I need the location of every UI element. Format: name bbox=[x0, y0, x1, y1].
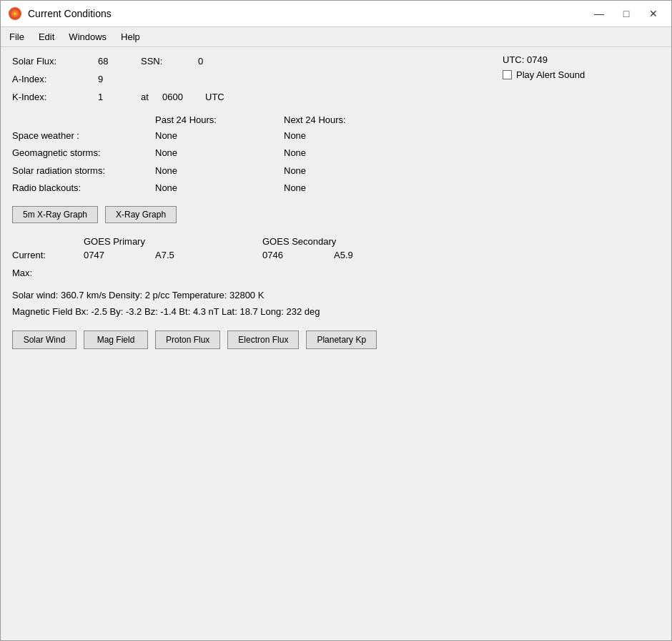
menu-bar: File Edit Windows Help bbox=[1, 27, 671, 47]
k-index-time: 0600 bbox=[162, 90, 205, 105]
solar-flux-value: 68 bbox=[98, 54, 141, 69]
space-weather-label: Space weather : bbox=[12, 128, 155, 144]
next-header: Next 24 Hours: bbox=[284, 114, 398, 125]
ssn-value: 0 bbox=[198, 54, 203, 69]
goes-secondary-header: GOES Secondary bbox=[262, 236, 405, 247]
k-index-row: K-Index: 1 at 0600 UTC bbox=[12, 90, 503, 105]
minimize-button[interactable]: — bbox=[588, 5, 610, 22]
electron-flux-button[interactable]: Electron Flux bbox=[227, 331, 299, 349]
solar-wind-button[interactable]: Solar Wind bbox=[12, 331, 76, 349]
solar-wind-line1: Solar wind: 360.7 km/s Density: 2 p/cc T… bbox=[12, 287, 660, 303]
top-section: Solar Flux: 68 SSN: 0 A-Index: 9 K-Index… bbox=[12, 54, 660, 107]
main-window: Current Conditions — □ ✕ File Edit Windo… bbox=[0, 0, 672, 641]
xray-button[interactable]: X-Ray Graph bbox=[105, 206, 177, 223]
conditions-grid: Past 24 Hours: Next 24 Hours: Space weat… bbox=[12, 114, 660, 195]
a-index-value: 9 bbox=[98, 72, 141, 87]
geomagnetic-past: None bbox=[155, 145, 284, 161]
conditions-header: Past 24 Hours: Next 24 Hours: bbox=[12, 114, 660, 125]
play-alert-checkbox[interactable] bbox=[503, 70, 512, 79]
ssn-label: SSN: bbox=[141, 54, 198, 69]
goes-header-row: GOES Primary GOES Secondary bbox=[12, 236, 660, 247]
geomagnetic-label: Geomagnetic storms: bbox=[12, 145, 155, 161]
a-index-label: A-Index: bbox=[12, 72, 98, 87]
play-alert-label: Play Alert Sound bbox=[516, 69, 585, 80]
right-info: UTC: 0749 Play Alert Sound bbox=[503, 54, 660, 107]
solar-radiation-label: Solar radiation storms: bbox=[12, 163, 155, 179]
goes-blank bbox=[12, 236, 84, 247]
goes-section: GOES Primary GOES Secondary Current: 074… bbox=[12, 236, 660, 260]
mag-field-button[interactable]: Mag Field bbox=[84, 331, 148, 349]
menu-help[interactable]: Help bbox=[115, 29, 146, 44]
geomagnetic-next: None bbox=[284, 145, 398, 161]
goes-current-row: Current: 0747 A7.5 0746 A5.9 bbox=[12, 250, 660, 260]
solar-radiation-past: None bbox=[155, 163, 284, 179]
proton-flux-button[interactable]: Proton Flux bbox=[155, 331, 220, 349]
k-utc-label: UTC bbox=[205, 90, 224, 105]
goes-primary-val: A7.5 bbox=[155, 250, 262, 260]
radio-blackouts-row: Radio blackouts: None None bbox=[12, 180, 660, 196]
col-blank bbox=[12, 114, 155, 125]
geomagnetic-row: Geomagnetic storms: None None bbox=[12, 145, 660, 161]
goes-secondary-val: A5.9 bbox=[334, 250, 405, 260]
space-weather-past: None bbox=[155, 128, 284, 144]
play-alert-row: Play Alert Sound bbox=[503, 69, 660, 80]
solar-radiation-row: Solar radiation storms: None None bbox=[12, 163, 660, 179]
menu-edit[interactable]: Edit bbox=[33, 29, 60, 44]
k-index-label: K-Index: bbox=[12, 90, 98, 105]
menu-file[interactable]: File bbox=[4, 29, 30, 44]
goes-current-label: Current: bbox=[12, 250, 84, 260]
maximize-button[interactable]: □ bbox=[616, 5, 637, 22]
radio-blackouts-label: Radio blackouts: bbox=[12, 180, 155, 196]
solar-wind-info: Solar wind: 360.7 km/s Density: 2 p/cc T… bbox=[12, 287, 660, 320]
goes-secondary-time: 0746 bbox=[262, 250, 334, 260]
window-title: Current Conditions bbox=[28, 8, 588, 19]
title-bar: Current Conditions — □ ✕ bbox=[1, 1, 671, 27]
solar-radiation-next: None bbox=[284, 163, 398, 179]
left-info: Solar Flux: 68 SSN: 0 A-Index: 9 K-Index… bbox=[12, 54, 503, 107]
k-at-label: at bbox=[141, 90, 162, 105]
bottom-buttons: Solar Wind Mag Field Proton Flux Electro… bbox=[12, 331, 660, 349]
planetary-kp-button[interactable]: Planetary Kp bbox=[306, 331, 377, 349]
svg-point-2 bbox=[14, 12, 16, 15]
goes-primary-header: GOES Primary bbox=[84, 236, 262, 247]
max-row: Max: bbox=[12, 268, 660, 278]
goes-primary-time: 0747 bbox=[84, 250, 155, 260]
xray-5m-button[interactable]: 5m X-Ray Graph bbox=[12, 206, 98, 223]
app-icon bbox=[8, 6, 22, 21]
xray-button-row: 5m X-Ray Graph X-Ray Graph bbox=[12, 206, 660, 223]
radio-blackouts-next: None bbox=[284, 180, 398, 196]
close-button[interactable]: ✕ bbox=[643, 5, 664, 22]
past-header: Past 24 Hours: bbox=[155, 114, 284, 125]
space-weather-next: None bbox=[284, 128, 398, 144]
window-controls: — □ ✕ bbox=[588, 5, 664, 22]
menu-windows[interactable]: Windows bbox=[63, 29, 112, 44]
radio-blackouts-past: None bbox=[155, 180, 284, 196]
a-index-row: A-Index: 9 bbox=[12, 72, 503, 87]
solar-flux-row: Solar Flux: 68 SSN: 0 bbox=[12, 54, 503, 69]
max-label: Max: bbox=[12, 268, 32, 278]
solar-wind-line2: Magnetic Field Bx: -2.5 By: -3.2 Bz: -1.… bbox=[12, 303, 660, 320]
main-content: Solar Flux: 68 SSN: 0 A-Index: 9 K-Index… bbox=[1, 47, 671, 640]
k-index-value: 1 bbox=[98, 90, 141, 105]
utc-display: UTC: 0749 bbox=[503, 54, 660, 65]
solar-flux-label: Solar Flux: bbox=[12, 54, 98, 69]
space-weather-row: Space weather : None None bbox=[12, 128, 660, 144]
